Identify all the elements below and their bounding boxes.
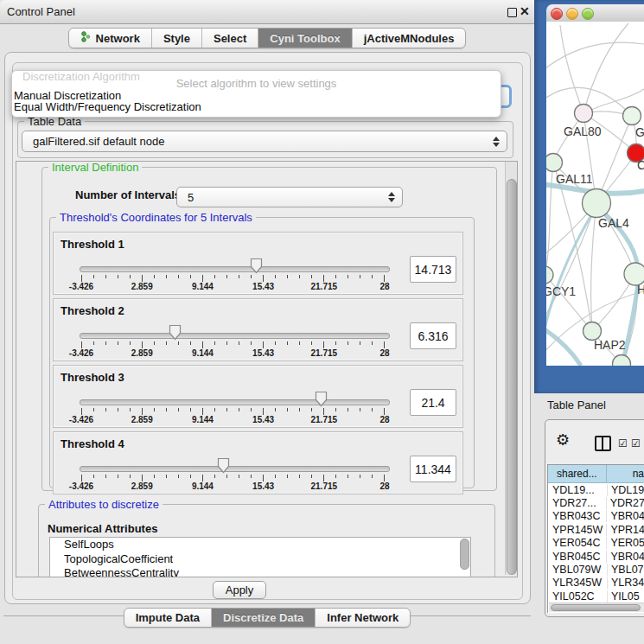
slider-tick-label: 2.859 <box>131 348 153 358</box>
tab-label: Cyni Toolbox <box>270 32 340 45</box>
table-row[interactable]: YIL052CYIL05 <box>548 590 644 603</box>
node-label-gal4: GAL4 <box>598 216 629 230</box>
network-edge-thick[interactable] <box>546 326 581 366</box>
slider-tick-label: 2.859 <box>131 415 153 424</box>
node-label-gal80: GAL80 <box>564 124 602 138</box>
table-row[interactable]: YPR145WYPR14 <box>548 523 644 536</box>
gal11-node[interactable] <box>546 154 563 172</box>
table-cell: YER05 <box>607 537 644 549</box>
column-layout-icon[interactable] <box>595 436 611 451</box>
top-right-node[interactable] <box>623 107 641 125</box>
apply-button[interactable]: Apply <box>213 581 266 599</box>
tab-cyni-toolbox[interactable]: Cyni Toolbox <box>258 29 352 48</box>
slider-track[interactable] <box>80 399 390 405</box>
float-window-icon[interactable] <box>507 8 517 17</box>
zoom-traffic-light-icon[interactable] <box>582 8 594 20</box>
table-hscrollbar-track[interactable] <box>549 603 644 612</box>
network-edge[interactable] <box>583 23 628 113</box>
minimize-traffic-light-icon[interactable] <box>566 8 578 20</box>
table-cell: YIL052C <box>548 590 608 603</box>
checkbox-icon[interactable]: ☑ <box>631 437 641 450</box>
gal4-node[interactable] <box>583 189 611 218</box>
settings-scrollbar-thumb[interactable] <box>507 179 517 575</box>
table-cell: YDL19... <box>548 484 608 496</box>
network-edge[interactable] <box>546 42 644 72</box>
slider-thumb[interactable] <box>250 258 263 274</box>
checkbox-icon[interactable]: ☑ <box>618 437 628 450</box>
network-canvas[interactable]: GAL80GACGAL11GAL4GCY1HHAP2 <box>546 22 644 366</box>
gear-icon[interactable]: ⚙ <box>556 432 570 448</box>
slider-track[interactable] <box>80 466 390 472</box>
attributes-list-scrollbar[interactable] <box>460 539 469 570</box>
slider-tick-label: 9.144 <box>192 415 214 424</box>
algorithm-prompt-item[interactable]: Select algorithm to view settings <box>12 77 501 90</box>
threshold-value-field[interactable]: 6.316 <box>410 322 456 349</box>
network-icon <box>80 31 92 45</box>
threshold-value-field[interactable]: 11.344 <box>410 456 456 482</box>
gcy1-node[interactable] <box>546 266 553 284</box>
table-cell: YBL079W <box>548 564 608 576</box>
node-label-h: H <box>637 283 644 296</box>
column-header-shared-[interactable]: shared... <box>548 465 607 483</box>
node-label-hap2: HAP2 <box>594 338 626 352</box>
settings-scrollpane: Interval Definition Number of Intervals … <box>16 161 518 577</box>
tab-infer-network[interactable]: Infer Network <box>316 609 410 627</box>
threshold-2-panel: Threshold 2-3.4262.8599.14415.4321.71528… <box>53 298 463 361</box>
tab-label: Discretize Data <box>223 611 303 624</box>
table-row[interactable]: YDL19...YDL19 <box>548 483 644 496</box>
close-icon[interactable]: ✕ <box>520 4 530 18</box>
tab-select[interactable]: Select <box>202 29 258 48</box>
threshold-value-field[interactable]: 14.713 <box>410 256 456 283</box>
algorithm-option-manual-discretization[interactable]: Manual Discretization <box>14 89 121 100</box>
node-label-gal11: GAL11 <box>556 172 593 186</box>
network-edge[interactable] <box>546 163 553 275</box>
slider-thumb[interactable] <box>169 324 182 341</box>
slider-track[interactable] <box>80 266 390 272</box>
slider-tick-label: 21.715 <box>311 481 338 491</box>
table-cell: YDL19 <box>608 484 644 496</box>
slider-thumb[interactable] <box>315 391 328 407</box>
numerical-attributes-list[interactable]: SelfLoopsTopologicalCoefficientBetweenne… <box>49 537 471 577</box>
slider-ticks <box>81 275 385 282</box>
thresholds-groupbox: Threshold's Coordinates for 5 Intervals … <box>49 217 475 488</box>
network-edge[interactable] <box>560 25 583 113</box>
table-cell: YBR045C <box>548 551 607 563</box>
slider-thumb[interactable] <box>217 457 230 474</box>
attribute-item-betweennesscentrality[interactable]: BetweennessCentrality <box>50 566 470 577</box>
slider-track[interactable] <box>80 333 390 339</box>
table-data-combobox[interactable]: galFiltered.sif default node <box>22 131 507 152</box>
number-of-intervals-spinner[interactable]: 5 <box>176 187 403 207</box>
tab-discretize-data[interactable]: Discretize Data <box>212 609 316 627</box>
slider-tick-label: -3.426 <box>69 481 93 491</box>
table-body: YDL19...YDL19YDR27...YDR27YBR043CYBR04YP… <box>548 483 644 603</box>
interval-definition-groupbox: Interval Definition Number of Intervals … <box>41 167 497 491</box>
table-row[interactable]: YLR345WYLR34 <box>548 577 644 590</box>
tab-jactivemnodules[interactable]: jActiveMNodules <box>353 29 466 48</box>
algorithm-option-equal-width-frequency-discretization[interactable]: Equal Width/Frequency Discretization <box>14 100 201 112</box>
table-row[interactable]: YBL079WYBL07 <box>548 563 644 576</box>
tab-impute-data[interactable]: Impute Data <box>124 609 212 627</box>
column-header-na[interactable]: na <box>607 465 644 483</box>
tab-network[interactable]: Network <box>69 29 152 48</box>
network-edge[interactable] <box>546 275 592 331</box>
tab-style[interactable]: Style <box>152 29 202 48</box>
slider-tick-label: 2.859 <box>131 282 153 291</box>
attribute-item-topologicalcoefficient[interactable]: TopologicalCoefficient <box>50 552 470 567</box>
slider-tick-label: 28 <box>379 481 389 491</box>
close-traffic-light-icon[interactable] <box>551 8 563 20</box>
gal80-node[interactable] <box>575 105 593 123</box>
table-row[interactable]: YDR27...YDR27 <box>548 496 644 509</box>
node-table[interactable]: shared...na YDL19...YDL19YDR27...YDR27YB… <box>547 464 644 613</box>
table-cell: YBL07 <box>608 564 644 576</box>
table-row[interactable]: YBR043CYBR04 <box>548 510 644 523</box>
spinner-arrows-icon <box>387 192 395 202</box>
attribute-item-selfloops[interactable]: SelfLoops <box>50 538 470 552</box>
table-row[interactable]: YER054CYER05 <box>548 537 644 550</box>
slider-ticks <box>81 408 385 415</box>
table-cell: YLR345W <box>548 577 608 589</box>
table-row[interactable]: YBR045CYBR04 <box>548 550 644 563</box>
settings-scrollbar-track[interactable] <box>505 162 517 575</box>
threshold-value-field[interactable]: 21.4 <box>410 389 456 416</box>
threshold-label: Threshold 1 <box>61 238 124 251</box>
table-hscrollbar-thumb[interactable] <box>551 604 641 611</box>
